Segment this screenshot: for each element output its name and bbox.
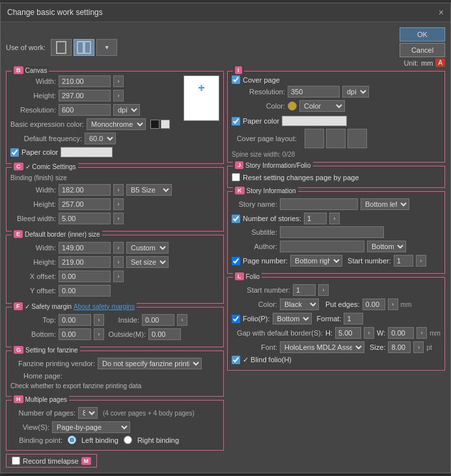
canvas-paper-color-checkbox[interactable] — [10, 148, 19, 157]
border-height-preset[interactable]: Set size — [126, 256, 169, 268]
folio-fields: Start number: › Color: Black Put edges: … — [232, 284, 441, 364]
canvas-frequency-select[interactable]: 60.0 — [85, 133, 116, 144]
cover-paper-color-swatch[interactable] — [282, 116, 347, 126]
margin-top-label: Top: — [10, 316, 56, 324]
record-timelapse-checkbox[interactable] — [12, 456, 20, 465]
page-number-row: Page number: Bottom right Start number: … — [232, 255, 441, 267]
cover-resolution-select[interactable]: dpi — [342, 86, 369, 98]
work-icon-dropdown[interactable]: ▼ — [96, 39, 117, 56]
put-edges-arrow[interactable]: › — [388, 298, 398, 310]
margin-bottom-arrow[interactable]: › — [94, 328, 104, 340]
start-number-arrow[interactable]: › — [416, 255, 426, 267]
binding-right-label: Right binding — [137, 436, 179, 444]
border-width-row: Width: › Custom — [10, 242, 219, 254]
margin-top-arrow[interactable]: › — [94, 314, 104, 326]
binding-height-input[interactable] — [59, 198, 111, 210]
bleed-arrow[interactable]: › — [113, 213, 124, 224]
story-info-badge: K — [235, 187, 245, 194]
border-width-arrow[interactable]: › — [113, 242, 124, 254]
about-safety-link[interactable]: About safety margins — [74, 303, 135, 310]
border-height-row: Height: › Set size — [10, 256, 219, 268]
story-info-section: K Story Information Story name: Bottom l… — [227, 191, 445, 274]
canvas-paper-color-swatch[interactable] — [61, 147, 113, 157]
stories-count-arrow[interactable]: › — [329, 213, 340, 224]
border-xoffset-input[interactable] — [59, 271, 111, 282]
border-height-arrow[interactable]: › — [113, 256, 124, 268]
border-width-preset[interactable]: Custom — [126, 242, 169, 254]
folio-p-position-select[interactable]: Bottom — [273, 313, 312, 324]
folio-size-arrow[interactable]: › — [413, 341, 424, 353]
binding-right-radio[interactable] — [124, 436, 132, 444]
work-icon-single[interactable] — [51, 39, 72, 56]
put-edges-input[interactable] — [362, 298, 385, 310]
cover-paper-color-checkbox[interactable] — [232, 117, 240, 126]
stories-count-checkbox[interactable] — [232, 215, 240, 223]
cover-layout-icon-2[interactable] — [326, 129, 346, 148]
story-name-input[interactable] — [280, 198, 358, 210]
canvas-width-arrow[interactable]: › — [113, 75, 124, 87]
binding-width-arrow[interactable]: › — [113, 184, 124, 196]
work-icon-spread[interactable] — [74, 39, 94, 56]
canvas-resolution-input[interactable] — [59, 104, 111, 116]
margin-inside-input[interactable] — [142, 314, 174, 326]
cover-layout-icon-1[interactable] — [305, 129, 324, 148]
expression-black-swatch — [150, 120, 159, 129]
record-badge: M — [81, 457, 92, 465]
folio-gap-h-input[interactable] — [335, 327, 361, 339]
author-position-select[interactable]: Bottom — [367, 241, 406, 252]
cover-color-select[interactable]: Color — [299, 100, 345, 112]
margin-bottom-input[interactable] — [59, 328, 91, 340]
start-number-input[interactable] — [394, 255, 413, 267]
binding-left-label: Left binding — [81, 436, 118, 444]
canvas-width-input[interactable] — [59, 75, 111, 87]
folio-p-checkbox[interactable] — [232, 315, 240, 323]
canvas-resolution-select[interactable]: dpi — [113, 104, 140, 116]
cover-layout-icon-3[interactable] — [348, 129, 367, 148]
cover-page-checkbox[interactable] — [232, 75, 240, 84]
view-select[interactable]: Page-by-page — [52, 421, 130, 433]
cover-resolution-input[interactable] — [288, 86, 340, 98]
border-xoffset-arrow[interactable]: › — [113, 271, 124, 282]
fanzine-vendor-select[interactable]: Do not specify fanzine printing vendor — [98, 358, 202, 369]
canvas-height-arrow[interactable]: › — [113, 90, 124, 101]
folio-gap-w-input[interactable] — [388, 327, 414, 339]
close-icon[interactable]: × — [439, 7, 444, 18]
blind-folio-checkbox[interactable] — [232, 356, 240, 364]
margin-inside-arrow[interactable]: › — [177, 314, 187, 326]
subtitle-input[interactable] — [280, 226, 384, 238]
folio-gap-w-arrow[interactable]: › — [417, 327, 427, 339]
border-yoffset-input[interactable] — [59, 285, 111, 297]
folio-format-input[interactable] — [344, 313, 363, 324]
binding-height-arrow[interactable]: › — [113, 198, 124, 210]
binding-width-input[interactable] — [59, 184, 111, 196]
page-number-checkbox[interactable] — [232, 257, 240, 265]
story-name-position-select[interactable]: Bottom left — [361, 198, 409, 210]
folio-size-input[interactable] — [388, 341, 411, 353]
binding-left-radio[interactable] — [68, 436, 76, 444]
reset-setting-checkbox[interactable] — [232, 173, 240, 181]
pages-count-select[interactable]: 8 — [78, 407, 98, 419]
stories-count-input[interactable] — [304, 213, 327, 224]
border-width-label: Width: — [10, 244, 56, 252]
page-number-position-select[interactable]: Bottom right — [290, 255, 342, 267]
binding-size-preset[interactable]: B5 Size — [126, 184, 172, 196]
folio-start-input[interactable] — [293, 284, 316, 296]
folio-color-select[interactable]: Black — [280, 298, 319, 310]
margin-outside-input[interactable] — [148, 328, 181, 340]
bleed-input[interactable] — [59, 213, 111, 224]
border-width-input[interactable] — [59, 242, 111, 254]
author-input[interactable] — [280, 241, 364, 252]
canvas-expression-select[interactable]: Monochrome — [87, 118, 146, 130]
reset-setting-label: Reset setting changes page by page — [243, 174, 359, 181]
story-info-folio-badge: J — [235, 161, 243, 169]
margin-bottom-row: Bottom: › Outside(M): — [10, 328, 219, 340]
margin-top-input[interactable] — [59, 314, 91, 326]
canvas-height-input[interactable] — [59, 90, 111, 101]
folio-gap-h-arrow[interactable]: › — [364, 327, 374, 339]
border-height-input[interactable] — [59, 256, 111, 268]
multiple-pages-badge: H — [14, 395, 23, 403]
folio-font-select[interactable]: HoloLens MDL2 Assets — [280, 341, 364, 353]
folio-start-arrow[interactable]: › — [318, 284, 329, 296]
cancel-button[interactable]: Cancel — [400, 43, 445, 57]
ok-button[interactable]: OK — [400, 27, 445, 42]
